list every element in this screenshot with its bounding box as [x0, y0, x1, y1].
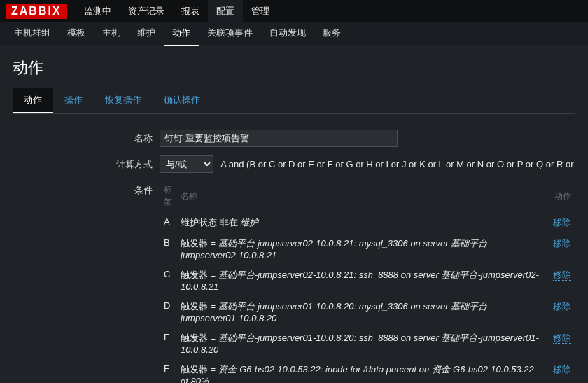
cond-label: 条件	[13, 181, 160, 197]
cond-action-cell: 移除	[546, 233, 575, 265]
cond-action-cell: 移除	[546, 328, 575, 359]
table-row: C触发器 = 基础平台-jumpserver02-10.0.8.21: ssh_…	[160, 265, 575, 296]
cond-action-cell: 移除	[546, 296, 575, 328]
cond-tag: B	[160, 233, 176, 265]
subnav-item[interactable]: 关联项事件	[199, 21, 261, 46]
cond-name: 触发器 = 基础平台-jumpserver01-10.0.8.20: ssh_8…	[176, 328, 546, 359]
page-title: 动作	[0, 45, 588, 88]
row-name: 名称	[13, 130, 575, 147]
topnav-item[interactable]: 监测中	[76, 0, 120, 23]
topnav-item[interactable]: 配置	[208, 0, 243, 23]
name-input[interactable]	[160, 130, 398, 147]
table-row: F触发器 = 资金-G6-bs02-10.0.53.22: inode for …	[160, 359, 575, 383]
remove-link[interactable]: 移除	[553, 217, 571, 228]
topnav-item[interactable]: 报表	[173, 0, 208, 23]
topnav-item[interactable]: 资产记录	[120, 0, 173, 23]
cond-name: 维护状态 非在 维护	[176, 212, 546, 233]
cond-header-action: 动作	[546, 181, 575, 212]
tab[interactable]: 操作	[53, 88, 94, 113]
cond-name: 触发器 = 基础平台-jumpserver02-10.0.8.21: mysql…	[176, 233, 546, 265]
sub-bar: 主机群组模板主机维护动作关联项事件自动发现服务	[0, 22, 588, 45]
table-row: A维护状态 非在 维护移除	[160, 212, 575, 233]
table-row: E触发器 = 基础平台-jumpserver01-10.0.8.20: ssh_…	[160, 328, 575, 359]
tabs-row: 动作操作恢复操作确认操作	[13, 88, 575, 114]
tab[interactable]: 动作	[13, 88, 53, 113]
subnav-item[interactable]: 主机	[94, 21, 129, 46]
subnav-item[interactable]: 动作	[164, 21, 199, 46]
topnav-item[interactable]: 管理	[243, 0, 278, 23]
name-label: 名称	[13, 132, 160, 145]
remove-link[interactable]: 移除	[553, 238, 571, 249]
cond-action-cell: 移除	[546, 212, 575, 233]
remove-link[interactable]: 移除	[553, 270, 571, 281]
top-nav: 监测中资产记录报表配置管理	[76, 0, 278, 23]
remove-link[interactable]: 移除	[553, 364, 571, 375]
cond-name: 触发器 = 基础平台-jumpserver02-10.0.8.21: ssh_8…	[176, 265, 546, 296]
calc-label: 计算方式	[13, 158, 160, 171]
tab[interactable]: 恢复操作	[94, 88, 153, 113]
cond-name: 触发器 = 基础平台-jumpserver01-10.0.8.20: mysql…	[176, 296, 546, 328]
cond-tag: E	[160, 328, 176, 359]
table-row: B触发器 = 基础平台-jumpserver02-10.0.8.21: mysq…	[160, 233, 575, 265]
remove-link[interactable]: 移除	[553, 333, 571, 344]
cond-name: 触发器 = 资金-G6-bs02-10.0.53.22: inode for /…	[176, 359, 546, 383]
cond-tag: A	[160, 212, 176, 233]
subnav-item[interactable]: 自动发现	[261, 21, 314, 46]
top-bar: ZABBIX 监测中资产记录报表配置管理	[0, 0, 588, 22]
conditions-table: 标签 名称 动作 A维护状态 非在 维护移除B触发器 = 基础平台-jumpse…	[160, 181, 575, 383]
sub-nav: 主机群组模板主机维护动作关联项事件自动发现服务	[6, 21, 349, 46]
subnav-item[interactable]: 主机群组	[6, 21, 59, 46]
cond-tag: C	[160, 265, 176, 296]
subnav-item[interactable]: 服务	[314, 21, 349, 46]
tab[interactable]: 确认操作	[153, 88, 211, 113]
logo: ZABBIX	[6, 4, 67, 19]
cond-action-cell: 移除	[546, 265, 575, 296]
cond-tag: D	[160, 296, 176, 328]
remove-link[interactable]: 移除	[553, 301, 571, 312]
cond-header-tag: 标签	[160, 181, 176, 212]
row-calc: 计算方式 与/或 A and (B or C or D or E or F or…	[13, 155, 575, 173]
subnav-item[interactable]: 维护	[129, 21, 164, 46]
row-conditions: 条件 标签 名称 动作 A维护状态 非在 维护移除B触发器 = 基础平台-jum…	[13, 181, 575, 383]
cond-action-cell: 移除	[546, 359, 575, 383]
subnav-item[interactable]: 模板	[59, 21, 94, 46]
main-content: 动作操作恢复操作确认操作 名称 计算方式 与/或 A and (B or C o…	[0, 88, 588, 383]
calc-select[interactable]: 与/或	[160, 155, 214, 173]
table-row: D触发器 = 基础平台-jumpserver01-10.0.8.20: mysq…	[160, 296, 575, 328]
calc-formula: A and (B or C or D or E or F or G or H o…	[220, 159, 575, 169]
cond-tag: F	[160, 359, 176, 383]
cond-header-name: 名称	[176, 181, 546, 212]
